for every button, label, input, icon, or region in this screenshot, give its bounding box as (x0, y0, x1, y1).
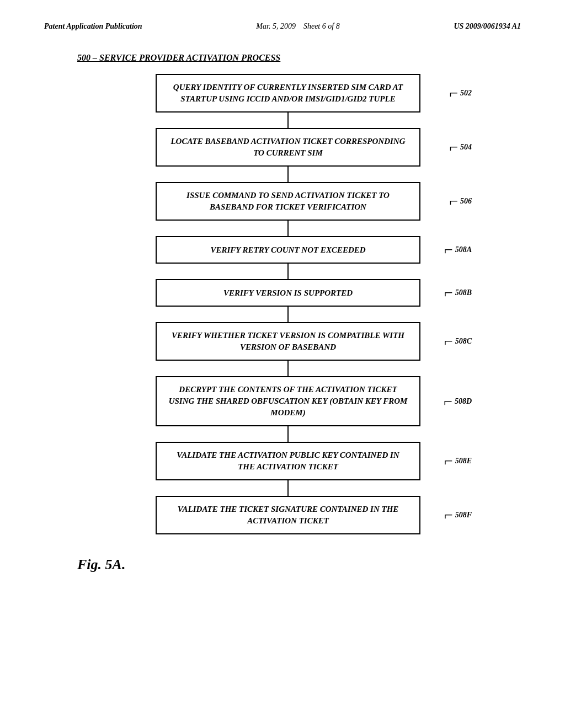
arrow-4 (287, 264, 289, 279)
arrow-6 (287, 361, 289, 376)
bracket-curve-508b: ⌐ (444, 285, 453, 301)
flow-row-508a: VERIFY RETRY COUNT NOT EXCEEDED ⌐ 508A (77, 236, 499, 264)
flow-row-506: ISSUE COMMAND TO SEND ACTIVATION TICKET … (77, 182, 499, 221)
page: Patent Application Publication Mar. 5, 2… (0, 0, 565, 728)
flow-box-508a: VERIFY RETRY COUNT NOT EXCEEDED ⌐ 508A (156, 236, 420, 264)
bracket-curve-504: ⌐ (449, 140, 458, 155)
step-label-508b: ⌐ 508B (444, 285, 472, 301)
step-label-508f: ⌐ 508F (444, 507, 472, 523)
flow-box-508d: DECRYPT THE CONTENTS OF THE ACTIVATION T… (156, 376, 420, 426)
step-id-504: 504 (460, 142, 472, 153)
flowchart: QUERY IDENTITY OF CURRENTLY INSERTED SIM… (77, 74, 499, 534)
page-header: Patent Application Publication Mar. 5, 2… (44, 22, 521, 31)
step-id-508b: 508B (455, 287, 472, 298)
bracket-curve-506: ⌐ (449, 194, 458, 209)
flow-text-508e: VALIDATE THE ACTIVATION PUBLIC KEY CONTA… (168, 449, 408, 473)
header-center: Mar. 5, 2009 Sheet 6 of 8 (256, 22, 339, 31)
flow-box-508e: VALIDATE THE ACTIVATION PUBLIC KEY CONTA… (156, 442, 420, 480)
step-id-506: 506 (460, 196, 472, 207)
step-label-504: ⌐ 504 (449, 140, 472, 155)
flow-row-508d: DECRYPT THE CONTENTS OF THE ACTIVATION T… (77, 376, 499, 426)
bracket-curve-502: ⌐ (449, 85, 458, 101)
flow-box-508b: VERIFY VERSION IS SUPPORTED ⌐ 508B (156, 279, 420, 307)
step-id-508e: 508E (455, 456, 472, 467)
flow-text-508a: VERIFY RETRY COUNT NOT EXCEEDED (210, 244, 365, 256)
step-label-508a: ⌐ 508A (444, 242, 472, 258)
flow-text-504: LOCATE BASEBAND ACTIVATION TICKET CORRES… (168, 136, 408, 159)
step-id-508a: 508A (455, 244, 472, 255)
header-right: US 2009/0061934 A1 (454, 22, 521, 31)
flow-row-508e: VALIDATE THE ACTIVATION PUBLIC KEY CONTA… (77, 442, 499, 480)
flow-row-508c: VERIFY WHETHER TICKET VERSION IS COMPATI… (77, 322, 499, 361)
bracket-curve-508a: ⌐ (444, 242, 453, 258)
flow-box-506: ISSUE COMMAND TO SEND ACTIVATION TICKET … (156, 182, 420, 221)
arrow-1 (287, 113, 289, 128)
bracket-curve-508e: ⌐ (444, 453, 453, 469)
step-label-506: ⌐ 506 (449, 194, 472, 209)
process-title: 500 – SERVICE PROVIDER ACTIVATION PROCES… (77, 53, 280, 63)
flow-text-508c: VERIFY WHETHER TICKET VERSION IS COMPATI… (168, 330, 408, 353)
step-label-508c: ⌐ 508C (444, 334, 472, 349)
bracket-curve-508f: ⌐ (444, 507, 453, 523)
flow-text-506: ISSUE COMMAND TO SEND ACTIVATION TICKET … (168, 190, 408, 213)
flow-row-508f: VALIDATE THE TICKET SIGNATURE CONTAINED … (77, 496, 499, 534)
step-label-508d: ⌐ 508D (444, 394, 472, 409)
flow-text-508d: DECRYPT THE CONTENTS OF THE ACTIVATION T… (168, 384, 408, 419)
arrow-5 (287, 307, 289, 322)
arrow-8 (287, 480, 289, 496)
step-id-508c: 508C (455, 336, 472, 347)
flow-text-508b: VERIFY VERSION IS SUPPORTED (223, 287, 353, 299)
flow-row-508b: VERIFY VERSION IS SUPPORTED ⌐ 508B (77, 279, 499, 307)
flow-row-502: QUERY IDENTITY OF CURRENTLY INSERTED SIM… (77, 74, 499, 113)
step-id-502: 502 (460, 88, 472, 99)
step-id-508f: 508F (455, 510, 472, 521)
step-label-508e: ⌐ 508E (444, 453, 472, 469)
diagram-container: 500 – SERVICE PROVIDER ACTIVATION PROCES… (44, 53, 521, 573)
header-left: Patent Application Publication (44, 22, 142, 31)
header-sheet: Sheet 6 of 8 (303, 22, 340, 30)
flow-row-504: LOCATE BASEBAND ACTIVATION TICKET CORRES… (77, 128, 499, 167)
bracket-curve-508c: ⌐ (444, 334, 453, 349)
flow-box-502: QUERY IDENTITY OF CURRENTLY INSERTED SIM… (156, 74, 420, 113)
step-label-502: ⌐ 502 (449, 85, 472, 101)
flow-text-508f: VALIDATE THE TICKET SIGNATURE CONTAINED … (168, 504, 408, 527)
step-id-508d: 508D (455, 396, 472, 407)
flow-box-504: LOCATE BASEBAND ACTIVATION TICKET CORRES… (156, 128, 420, 167)
header-date: Mar. 5, 2009 (256, 22, 296, 30)
bracket-curve-508d: ⌐ (444, 394, 452, 409)
flow-box-508f: VALIDATE THE TICKET SIGNATURE CONTAINED … (156, 496, 420, 534)
arrow-7 (287, 426, 289, 442)
figure-caption: Fig. 5A. (77, 556, 125, 573)
flow-box-508c: VERIFY WHETHER TICKET VERSION IS COMPATI… (156, 322, 420, 361)
arrow-2 (287, 167, 289, 182)
arrow-3 (287, 221, 289, 236)
flow-text-502: QUERY IDENTITY OF CURRENTLY INSERTED SIM… (168, 82, 408, 105)
